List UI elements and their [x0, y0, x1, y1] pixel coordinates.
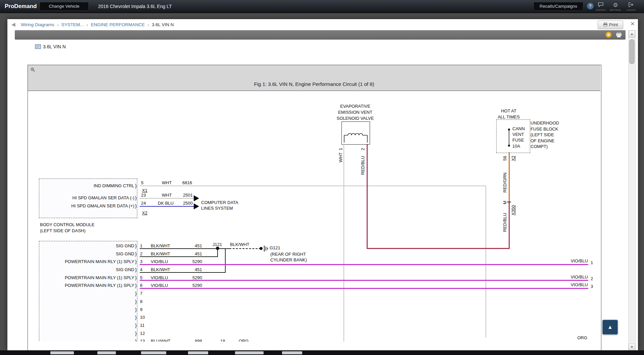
- close-icon[interactable]: ×: [629, 19, 637, 28]
- pin-number: 5: [141, 180, 143, 185]
- wire-blkwht-pin4-riser: [225, 249, 226, 273]
- circuit-number: 2500: [183, 201, 193, 206]
- breadcrumb-item-wiring-diagrams[interactable]: Wiring Diagrams: [21, 22, 54, 27]
- connector-pin: M: [502, 201, 507, 204]
- pin-bracket: ): [135, 314, 137, 320]
- breadcrumb-separator-icon: ›: [87, 22, 88, 28]
- wire-blkwht-pin2: [140, 256, 217, 257]
- taskbar-item[interactable]: [235, 351, 264, 354]
- scroll-up-icon[interactable]: ▲: [629, 31, 635, 38]
- connector-label: X350: [511, 205, 516, 215]
- wire-redblu-right-vertical: [509, 202, 510, 249]
- wire-vioblu-5290-a: [140, 264, 588, 265]
- breadcrumb-item-system[interactable]: SYSTEM...: [61, 22, 84, 27]
- pin-bracket: ): [135, 203, 137, 209]
- wire-label: WHT: [162, 180, 172, 185]
- wire-label: VIO/BLU: [566, 274, 588, 280]
- ground-id: G121: [270, 245, 280, 250]
- circuit-number: 2501: [183, 193, 193, 198]
- pin-bracket: ): [135, 195, 137, 201]
- evap-pin-left: 1: [338, 148, 343, 150]
- taskbar-item[interactable]: [50, 351, 74, 354]
- pin-bracket: ): [135, 259, 137, 264]
- taskbar-item[interactable]: [141, 351, 166, 354]
- scroll-down-icon[interactable]: ▼: [629, 344, 635, 351]
- wire-label: WHT: [162, 193, 172, 198]
- circuit-number: 451: [195, 267, 202, 272]
- wire-label: VIO/BLU: [151, 259, 168, 264]
- diagram-doc-icon: [35, 44, 41, 50]
- wire-label: RED/BLU: [502, 213, 507, 232]
- hot-at-label: ALL TIMES: [489, 114, 529, 119]
- print-button[interactable]: Print: [598, 20, 623, 29]
- change-vehicle-button[interactable]: Change Vehicle: [40, 2, 89, 11]
- solenoid-coil-icon: [342, 122, 370, 143]
- print-button-label: Print: [609, 22, 618, 27]
- wire-redblu-evap-vertical: [367, 144, 368, 249]
- figure-header: Fig 1: 3.6L VIN N, Engine Performance Ci…: [28, 65, 600, 91]
- pin-bracket: ): [135, 267, 137, 272]
- pcm-pin-label: SIG GND: [41, 243, 134, 248]
- breadcrumb: ◀ Wiring Diagrams › SYSTEM... › ENGINE P…: [7, 19, 638, 30]
- ground-dot: [260, 247, 263, 250]
- prodemand-app: ProDemand Change Vehicle 2016 Chevrolet …: [0, 0, 644, 355]
- wire-blkwht-ground-dashed: [229, 248, 261, 249]
- scrollbar-thumb[interactable]: [629, 39, 635, 64]
- pin-bracket: ): [135, 299, 137, 304]
- offpage-arrow-icon: [194, 195, 199, 201]
- wire-label: RED/BLU: [360, 156, 365, 175]
- vertical-scrollbar[interactable]: ▲ ▼: [628, 30, 636, 351]
- wire-label: VIO/BLU: [151, 275, 168, 280]
- connector-label: X1: [142, 188, 147, 193]
- taskbar-item[interactable]: [97, 351, 116, 354]
- wire-label: BLK/WHT: [151, 251, 170, 256]
- breadcrumb-item-engine-performance[interactable]: ENGINE PERFORMANCE: [91, 22, 145, 27]
- wire-vioblu-5290-b: [140, 280, 588, 281]
- brand-logo: ProDemand: [5, 0, 37, 13]
- logout-icon[interactable]: [627, 2, 635, 9]
- fuse-block-loc-line: FUSE BLOCK: [531, 126, 558, 132]
- pin-number: 2: [140, 251, 142, 256]
- pin-bracket: ): [135, 338, 137, 342]
- settings-gear-icon[interactable]: ⚙: [612, 2, 619, 9]
- document-title: 3.6L VIN N: [43, 44, 66, 49]
- fuse-block-loc-line: COMPT): [531, 144, 548, 149]
- pin-bracket: ): [135, 183, 137, 189]
- pin-number: 10: [140, 315, 145, 320]
- wire-gauge: 18: [220, 339, 225, 342]
- fuse-label-line: 10A: [512, 144, 520, 149]
- fuse-pin-number: 56: [502, 156, 507, 161]
- offpage-label: COMPUTER DATA: [201, 200, 238, 205]
- taskbar-item[interactable]: [188, 351, 208, 354]
- circuit-number: 5290: [192, 259, 202, 264]
- evap-name-line: SOLENOID VALVE: [322, 116, 389, 121]
- pin-number: 6: [140, 283, 142, 288]
- favorite-star-icon[interactable]: ★: [606, 32, 611, 38]
- circuit-number: 5290: [192, 275, 202, 280]
- bcm-name-line: (LEFT SIDE OF DASH): [40, 228, 86, 233]
- taskbar-item[interactable]: [282, 351, 302, 354]
- help-icon[interactable]: ?: [587, 3, 594, 9]
- pin-bracket: ): [135, 291, 137, 296]
- recalls-campaigns-button[interactable]: Recalls/Campaigns: [534, 2, 583, 11]
- pcm-pin-label: SIG GND: [41, 251, 134, 256]
- back-to-top-button[interactable]: ▲: [602, 320, 618, 335]
- wire-wht-6816-horizontal: [140, 186, 486, 186]
- contact-icon[interactable]: [597, 2, 604, 9]
- pin-bracket: ): [135, 322, 137, 328]
- offpage-arrow-icon: [194, 203, 199, 209]
- back-arrow-icon[interactable]: ◀: [11, 21, 15, 28]
- connector-label: X2: [511, 156, 516, 161]
- wire-label: BLK/WHT: [151, 243, 170, 248]
- zoom-in-icon[interactable]: [31, 67, 35, 73]
- ground-symbol-icon: [267, 248, 268, 250]
- printer-icon[interactable]: [616, 32, 622, 39]
- contact-label: CONTACT: [596, 9, 606, 11]
- pin-number: 23: [141, 193, 146, 198]
- document-content: 3.6L VIN N Fig 1: 3.6L VIN N, Engine Per…: [7, 40, 628, 350]
- wire-redblu-horizontal: [367, 248, 510, 249]
- pin-number: 24: [141, 201, 146, 206]
- pin-bracket: ): [135, 331, 137, 336]
- ground-symbol-icon: [264, 246, 265, 252]
- circuit-number: 5290: [192, 283, 202, 288]
